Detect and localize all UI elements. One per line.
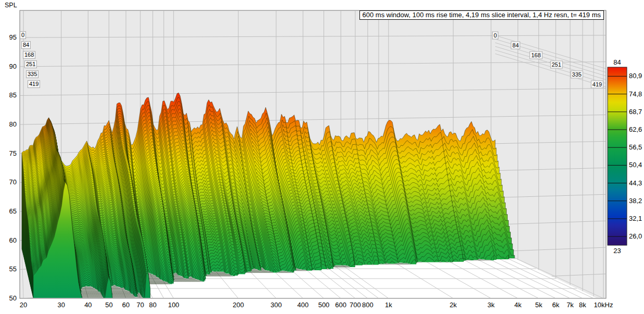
legend-max-label: 84 [608,58,627,66]
spl-tick-label: 60 [1,236,17,244]
legend-scale-label: 32,1 [629,215,642,222]
freq-tick-label: 4k [514,301,522,309]
time-slice-label-right: 419 [591,81,603,89]
legend-scale-label: 26,0 [629,232,642,240]
freq-tick-label: 300 [271,301,282,309]
waterfall-plot[interactable] [0,0,644,314]
time-slice-label-left: 0 [20,31,26,39]
waterfall-window: SPL 600 ms window, 100 ms rise time, 4,1… [0,0,644,314]
spl-tick-label: 85 [1,91,17,99]
freq-tick-label: 400 [298,301,309,309]
freq-tick-label: 80 [149,301,156,309]
freq-tick-label: 5k [535,301,543,309]
freq-tick-label: 70 [137,301,144,309]
freq-tick-label: 30 [58,301,65,309]
freq-tick-label: 8k [579,301,586,309]
spl-tick-label: 95 [1,33,17,41]
spl-tick-label: 70 [1,178,17,186]
freq-tick-label: 600 [335,301,346,309]
legend-scale-label: 68,7 [629,108,642,116]
freq-tick-label: 7k [566,301,574,309]
spl-tick-label: 55 [1,265,17,273]
freq-tick-label: 1k [385,301,392,309]
freq-tick-label: 2k [449,301,457,309]
measurement-info-box: 600 ms window, 100 ms rise time, 4,19 ms… [359,10,604,20]
legend-scale-label: 74,8 [629,90,642,98]
time-slice-label-right: 84 [511,41,520,49]
legend-scale-label: 50,4 [629,161,642,169]
spl-tick-label: 65 [1,207,17,215]
legend-scale-label: 38,2 [629,197,642,205]
time-slice-label-right: 335 [571,71,583,79]
spl-tick-label: 75 [1,149,17,157]
time-slice-label-right: 251 [550,61,562,69]
spl-tick-label: 50 [1,294,17,302]
legend-scale-label: 80,9 [629,72,642,80]
time-slice-label-right: 168 [530,51,542,59]
freq-tick-label: 60 [122,301,130,309]
legend-scale-label: 44,3 [629,179,642,187]
freq-tick-label: 20 [20,301,27,309]
time-slice-label-right: 0 [492,32,498,40]
freq-tick-label: 3k [487,301,495,309]
time-slice-label-left: 419 [28,80,40,88]
freq-tick-label: 800 [362,301,373,309]
freq-tick-label: 700 [350,301,361,309]
freq-tick-label: 10kHz [594,301,613,309]
spl-tick-label: 90 [1,62,17,70]
time-slice-label-left: 251 [24,60,37,68]
spl-tick-label: 80 [1,120,17,128]
legend-scale-label: 62,6 [629,125,642,133]
freq-tick-label: 500 [318,301,330,309]
freq-tick-label: 50 [105,301,112,309]
legend-scale-label: 56,5 [629,143,642,151]
time-slice-label-left: 168 [23,51,35,59]
legend-min-label: 23 [608,247,627,255]
time-slice-label-left: 84 [21,41,31,49]
time-slice-label-left: 335 [26,70,38,78]
freq-tick-label: 6k [552,301,559,309]
freq-tick-label: 100 [168,301,179,309]
freq-tick-label: 200 [233,301,244,309]
freq-tick-label: 40 [84,301,92,309]
